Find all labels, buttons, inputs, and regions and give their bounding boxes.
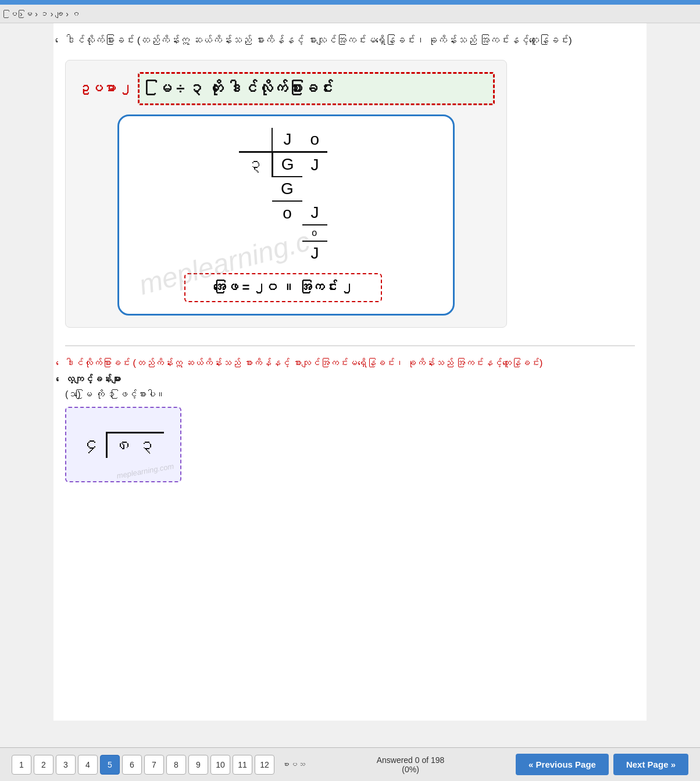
remainder-tens: o <box>272 201 302 225</box>
next-page-button[interactable]: Next Page » <box>613 754 688 775</box>
section-divider <box>65 345 635 346</box>
bottom-inner: 1 2 3 4 5 6 7 8 9 10 11 12 စားပသ Answere… <box>0 748 700 781</box>
empty5 <box>239 241 273 265</box>
bottom-bar: 1 2 3 4 5 6 7 8 9 10 11 12 စားပသ Answere… <box>0 747 700 781</box>
empty2 <box>239 201 273 225</box>
main-content: ဒေါင်လိုက်စားခြင်း (တည်ကိန်းဣ ဆယ်ကိန်းသည… <box>53 23 647 721</box>
bring-down: J <box>302 201 328 225</box>
practice-divisor: ၄ <box>83 434 101 456</box>
page-btn-1[interactable]: 1 <box>12 755 31 775</box>
example-header: ဥပမာ ၂ မြ ÷ ၃ ကို ဒေါင်လိုက်စားခြင်း <box>77 72 495 105</box>
page-btn-12[interactable]: 12 <box>255 755 274 775</box>
page-numbers-row: 1 2 3 4 5 6 7 8 9 10 11 12 စားပသ <box>12 755 305 775</box>
answer-box: အဖြေ = ၂၀ ။ အကြင်း ၂ <box>184 273 382 302</box>
nav-breadcrumb: ပြ › မြ › ၁ › ချ › ဂ <box>9 9 79 19</box>
practice-division-visual: ၄ ၈ ၃ <box>83 432 163 458</box>
practice-watermark: meplearning.com <box>116 462 175 481</box>
table-row: ၃ G J <box>239 152 327 177</box>
answered-percent: (0%) <box>377 765 445 774</box>
table-row: J o <box>239 128 327 152</box>
division-table: J o ၃ G J G o J <box>239 128 327 265</box>
page-btn-4[interactable]: 4 <box>78 755 98 775</box>
table-row: J <box>239 241 327 265</box>
empty-ones <box>302 177 328 201</box>
page-btn-11[interactable]: 11 <box>233 755 252 775</box>
practice-instruction: ဒေါင်လိုက်စားခြင်း (တည်ကိန်းဣ ဆယ်ကိန်းသည… <box>65 358 635 368</box>
page-btn-10[interactable]: 10 <box>210 755 230 775</box>
practice-label: လေ့ကျင့်ခန်းများ <box>65 374 635 385</box>
table-row: o J <box>239 201 327 225</box>
dividend-ones: J <box>302 152 328 177</box>
empty3 <box>239 225 273 241</box>
example-container: ဥပမာ ၂ မြ ÷ ၃ ကို ဒေါင်လိုက်စားခြင်း J o… <box>65 60 507 328</box>
example-title-box: မြ ÷ ၃ ကို ဒေါင်လိုက်စားခြင်း <box>138 72 495 105</box>
quotient-ones: o <box>302 128 328 152</box>
quotient-tens: J <box>272 128 302 152</box>
divisor-main: ၃ <box>239 152 273 177</box>
example-label: ဥပမာ ၂ <box>77 81 132 96</box>
empty-cell <box>239 177 273 201</box>
page-btn-3[interactable]: 3 <box>56 755 76 775</box>
nav-buttons: « Previous Page Next Page » <box>516 754 688 775</box>
table-row: G <box>239 177 327 201</box>
answered-info: Answered 0 of 198 (0%) <box>377 755 445 774</box>
page-btn-6[interactable]: 6 <box>122 755 142 775</box>
dividend-tens: G <box>272 152 302 177</box>
sub-ones: o <box>302 225 328 241</box>
page-btn-8[interactable]: 8 <box>166 755 186 775</box>
practice-item-1: (၁) မြေ ကို ၃ ဖြင့်စားပါ။ <box>65 389 635 400</box>
divisor-cell <box>239 128 273 152</box>
division-diagram: J o ၃ G J G o J <box>117 114 455 316</box>
tag-label: စားပသ <box>281 760 305 769</box>
previous-page-button[interactable]: « Previous Page <box>516 754 609 775</box>
practice-division-box[interactable]: ၄ ၈ ၃ meplearning.com <box>65 407 181 482</box>
practice-dividend: ၈ ၃ <box>116 436 155 455</box>
empty6 <box>272 241 302 265</box>
final-remainder: J <box>302 241 328 265</box>
page-btn-7[interactable]: 7 <box>144 755 164 775</box>
table-row: o <box>239 225 327 241</box>
long-div-bracket: ၈ ၃ <box>106 432 163 458</box>
instruction-text: ဒေါင်လိုက်စားခြင်း (တည်ကိန်းဣ ဆယ်ကိန်းသည… <box>65 33 635 48</box>
subtracted-tens: G <box>272 177 302 201</box>
page-btn-5[interactable]: 5 <box>100 755 120 775</box>
page-btn-9[interactable]: 9 <box>188 755 208 775</box>
answered-count: Answered 0 of 198 <box>377 755 445 765</box>
top-accent-bar <box>0 0 700 5</box>
page-btn-2[interactable]: 2 <box>34 755 53 775</box>
empty4 <box>272 225 302 241</box>
header-nav: ပြ › မြ › ၁ › ချ › ဂ <box>0 5 700 23</box>
